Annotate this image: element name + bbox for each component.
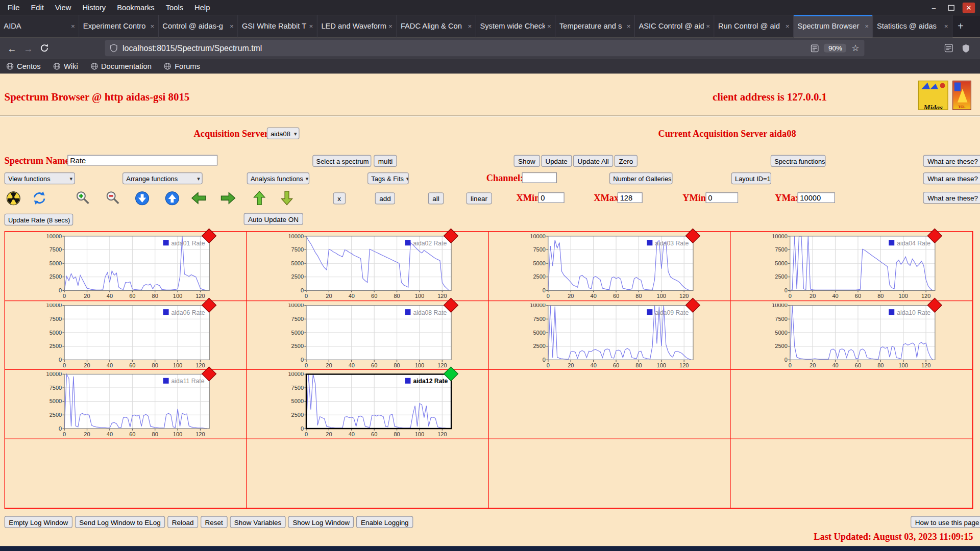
url-bar[interactable]: localhost:8015/Spectrum/Spectrum.tml 90%… xyxy=(105,40,865,56)
xmin-input[interactable] xyxy=(538,192,564,203)
spectrum-cell-aida10[interactable]: 025005000750010000020406080100120aida10 … xyxy=(730,301,972,370)
reader-mode-icon[interactable] xyxy=(811,44,819,52)
minimize-button[interactable]: – xyxy=(927,2,940,13)
tab-close-icon[interactable]: × xyxy=(230,22,234,30)
tab-close-icon[interactable]: × xyxy=(547,22,551,30)
show-variables-button[interactable]: Show Variables xyxy=(230,516,286,528)
spectrum-chart-aida04[interactable]: 025005000750010000020406080100120aida04 … xyxy=(766,234,936,301)
zoom-in-button[interactable] xyxy=(74,190,92,206)
back-button[interactable]: ← xyxy=(4,40,20,56)
tab-statistics-aidas[interactable]: Statistics @ aidas× xyxy=(873,15,953,37)
what-are-these-button-2[interactable]: What are these? xyxy=(923,172,980,184)
tab-close-icon[interactable]: × xyxy=(627,22,631,30)
spectrum-chart-aida02[interactable]: 025005000750010000020406080100120aida02 … xyxy=(282,234,452,301)
tab-close-icon[interactable]: × xyxy=(706,22,710,30)
x-button[interactable]: x xyxy=(333,192,346,204)
bookmark-wiki[interactable]: Wiki xyxy=(53,62,78,70)
auto-update-button[interactable]: Auto Update ON xyxy=(244,213,303,225)
update-button[interactable]: Update xyxy=(541,155,572,167)
pan-left-button[interactable] xyxy=(189,190,208,206)
linear-button[interactable]: linear xyxy=(466,192,492,204)
shield-permissions-icon[interactable] xyxy=(110,44,118,53)
spectrum-name-input[interactable] xyxy=(67,155,217,166)
send-log-window-to-elog-button[interactable]: Send Log Window to ELog xyxy=(75,516,165,528)
reload-button[interactable]: Reload xyxy=(167,516,198,528)
spectrum-chart-aida10[interactable]: 025005000750010000020406080100120aida10 … xyxy=(766,304,936,370)
update-all-button[interactable]: Update All xyxy=(573,155,614,167)
spectrum-chart-aida01[interactable]: 025005000750010000020406080100120aida01 … xyxy=(41,234,211,301)
spectrum-cell-aida08[interactable]: 025005000750010000020406080100120aida08 … xyxy=(247,301,489,370)
tab-experiment-contro[interactable]: Experiment Contro× xyxy=(80,15,159,37)
number-of-galleries-dropdown[interactable]: Number of Galleries▾ xyxy=(609,172,673,184)
spectrum-chart-aida11[interactable]: 025005000750010000020406080100120aida11 … xyxy=(41,372,211,439)
extension-shield-icon[interactable] xyxy=(962,43,970,53)
radiation-button[interactable] xyxy=(4,190,22,206)
tab-temperature-and-s[interactable]: Temperature and s× xyxy=(556,15,635,37)
spectrum-cell-aida02[interactable]: 025005000750010000020406080100120aida02 … xyxy=(247,232,489,301)
spectrum-cell-aida12[interactable]: 025005000750010000020406080100120aida12 … xyxy=(247,370,489,439)
spectrum-cell-aida04[interactable]: 025005000750010000020406080100120aida04 … xyxy=(730,232,972,301)
tab-led-and-waveform[interactable]: LED and Waveform× xyxy=(317,15,397,37)
how-to-use-button[interactable]: How to use this page xyxy=(911,516,980,528)
menu-help[interactable]: Help xyxy=(194,3,210,12)
tab-close-icon[interactable]: × xyxy=(388,22,393,30)
zoom-out-button[interactable] xyxy=(104,190,122,206)
tab-close-icon[interactable]: × xyxy=(468,22,472,30)
forward-button[interactable]: → xyxy=(20,40,36,56)
xmax-input[interactable] xyxy=(618,192,643,203)
pan-up-button[interactable] xyxy=(250,190,269,206)
add-button[interactable]: add xyxy=(375,192,396,204)
new-tab-button[interactable]: + xyxy=(952,15,969,37)
tab-system-wide-check[interactable]: System wide Check× xyxy=(476,15,556,37)
show-log-window-button[interactable]: Show Log Window xyxy=(288,516,354,528)
menu-file[interactable]: File xyxy=(8,3,20,12)
acquisition-server-select[interactable]: aida08▾ xyxy=(267,128,300,139)
menu-bookmarks[interactable]: Bookmarks xyxy=(117,3,155,12)
select-spectrum-dropdown[interactable]: Select a spectrum▾ xyxy=(312,155,371,167)
tab-close-icon[interactable]: × xyxy=(786,22,790,30)
tab-close-icon[interactable]: × xyxy=(309,22,313,30)
enable-logging-button[interactable]: Enable Logging xyxy=(356,516,413,528)
maximize-button[interactable] xyxy=(945,2,957,13)
bookmark-documentation[interactable]: Documentation xyxy=(90,62,152,70)
tab-control-aidas-g[interactable]: Control @ aidas-g× xyxy=(159,15,238,37)
update-rate-dropdown[interactable]: Update Rate (8 secs)▾ xyxy=(5,214,74,226)
spectrum-chart-aida06[interactable]: 025005000750010000020406080100120aida06 … xyxy=(41,304,211,370)
tab-run-control-aid[interactable]: Run Control @ aid× xyxy=(715,15,794,37)
spectrum-cell-aida01[interactable]: 025005000750010000020406080100120aida01 … xyxy=(5,232,247,301)
ymin-input[interactable] xyxy=(705,192,738,203)
spectrum-chart-aida03[interactable]: 025005000750010000020406080100120aida03 … xyxy=(524,234,694,301)
tab-close-icon[interactable]: × xyxy=(151,22,155,30)
spectrum-cell-aida03[interactable]: 025005000750010000020406080100120aida03 … xyxy=(489,232,731,301)
reload-button[interactable] xyxy=(36,40,53,56)
spectrum-cell-aida09[interactable]: 025005000750010000020406080100120aida09 … xyxy=(489,301,731,370)
spectrum-cell-aida06[interactable]: 025005000750010000020406080100120aida06 … xyxy=(5,301,247,370)
spectrum-chart-aida09[interactable]: 025005000750010000020406080100120aida09 … xyxy=(524,304,694,370)
tab-aida[interactable]: AIDA× xyxy=(0,15,80,37)
tab-spectrum-browser[interactable]: Spectrum Browser× xyxy=(794,15,873,37)
spectrum-chart-aida08[interactable]: 025005000750010000020406080100120aida08 … xyxy=(282,304,452,370)
empty-log-window-button[interactable]: Empty Log Window xyxy=(5,516,72,528)
view-functions-dropdown[interactable]: View functions▾ xyxy=(5,172,75,184)
arrange-functions-dropdown[interactable]: Arrange functions▾ xyxy=(122,172,203,184)
what-are-these-button-3[interactable]: What are these? xyxy=(923,192,980,204)
refresh-button[interactable] xyxy=(30,190,49,206)
spectrum-cell-aida11[interactable]: 025005000750010000020406080100120aida11 … xyxy=(5,370,247,439)
y-scale-down-button[interactable] xyxy=(133,190,152,206)
multi-button[interactable]: multi xyxy=(374,155,397,167)
tab-close-icon[interactable]: × xyxy=(865,22,869,30)
zero-button[interactable]: Zero xyxy=(615,155,638,167)
tab-gsi-white-rabbit-t[interactable]: GSI White Rabbit T× xyxy=(238,15,318,37)
spectra-functions-dropdown[interactable]: Spectra functions▾ xyxy=(771,155,826,167)
menu-history[interactable]: History xyxy=(82,3,106,12)
channel-input[interactable] xyxy=(522,172,557,183)
zoom-level-button[interactable]: 90% xyxy=(824,44,846,53)
pan-right-button[interactable] xyxy=(219,190,238,206)
show-button[interactable]: Show xyxy=(514,155,540,167)
y-scale-up-button[interactable] xyxy=(162,190,181,206)
spectrum-chart-aida12[interactable]: 025005000750010000020406080100120aida12 … xyxy=(282,372,452,439)
all-button[interactable]: all xyxy=(428,192,444,204)
menu-tools[interactable]: Tools xyxy=(166,3,183,12)
reset-button[interactable]: Reset xyxy=(201,516,227,528)
tab-fadc-align-con[interactable]: FADC Align & Con× xyxy=(397,15,477,37)
